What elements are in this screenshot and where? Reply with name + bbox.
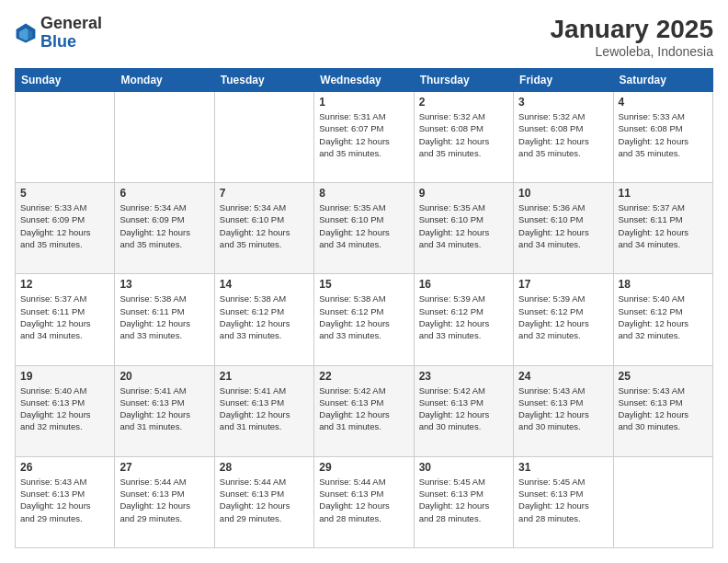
- calendar-cell: 21Sunrise: 5:41 AM Sunset: 6:13 PM Dayli…: [214, 365, 313, 456]
- calendar-cell: 13Sunrise: 5:38 AM Sunset: 6:11 PM Dayli…: [115, 274, 214, 365]
- day-number: 10: [518, 187, 608, 200]
- day-number: 16: [419, 278, 508, 291]
- calendar-cell: 12Sunrise: 5:37 AM Sunset: 6:11 PM Dayli…: [16, 274, 115, 365]
- calendar-cell: 18Sunrise: 5:40 AM Sunset: 6:12 PM Dayli…: [613, 274, 712, 365]
- calendar-cell: 14Sunrise: 5:38 AM Sunset: 6:12 PM Dayli…: [214, 274, 313, 365]
- header: General Blue January 2025 Lewoleba, Indo…: [15, 15, 713, 59]
- logo-blue-text: Blue: [40, 32, 76, 51]
- day-number: 17: [518, 278, 608, 291]
- day-number: 31: [518, 461, 608, 474]
- day-info: Sunrise: 5:37 AM Sunset: 6:11 PM Dayligh…: [20, 293, 109, 341]
- calendar-cell: 30Sunrise: 5:45 AM Sunset: 6:13 PM Dayli…: [414, 456, 513, 547]
- calendar-week-row: 12Sunrise: 5:37 AM Sunset: 6:11 PM Dayli…: [16, 274, 713, 365]
- calendar-cell: [115, 92, 214, 183]
- calendar-week-row: 19Sunrise: 5:40 AM Sunset: 6:13 PM Dayli…: [16, 365, 713, 456]
- day-info: Sunrise: 5:38 AM Sunset: 6:12 PM Dayligh…: [319, 293, 408, 341]
- day-info: Sunrise: 5:37 AM Sunset: 6:11 PM Dayligh…: [619, 201, 708, 250]
- day-info: Sunrise: 5:45 AM Sunset: 6:13 PM Dayligh…: [518, 476, 608, 524]
- calendar-week-row: 1Sunrise: 5:31 AM Sunset: 6:07 PM Daylig…: [16, 92, 713, 183]
- day-info: Sunrise: 5:42 AM Sunset: 6:13 PM Dayligh…: [419, 385, 508, 433]
- day-info: Sunrise: 5:36 AM Sunset: 6:10 PM Dayligh…: [518, 201, 608, 250]
- calendar-cell: 10Sunrise: 5:36 AM Sunset: 6:10 PM Dayli…: [514, 183, 613, 274]
- calendar-cell: 11Sunrise: 5:37 AM Sunset: 6:11 PM Dayli…: [613, 183, 712, 274]
- day-number: 28: [220, 461, 309, 474]
- header-thursday: Thursday: [414, 69, 513, 92]
- day-number: 30: [419, 461, 508, 474]
- calendar-cell: 27Sunrise: 5:44 AM Sunset: 6:13 PM Dayli…: [115, 456, 214, 547]
- header-friday: Friday: [514, 69, 613, 92]
- calendar-cell: 9Sunrise: 5:35 AM Sunset: 6:10 PM Daylig…: [414, 183, 513, 274]
- calendar-cell: 2Sunrise: 5:32 AM Sunset: 6:08 PM Daylig…: [414, 92, 513, 183]
- day-info: Sunrise: 5:35 AM Sunset: 6:10 PM Dayligh…: [319, 201, 408, 250]
- day-info: Sunrise: 5:44 AM Sunset: 6:13 PM Dayligh…: [119, 476, 209, 524]
- calendar-cell: 20Sunrise: 5:41 AM Sunset: 6:13 PM Dayli…: [115, 365, 214, 456]
- location: Lewoleba, Indonesia: [551, 44, 713, 59]
- calendar-cell: 15Sunrise: 5:38 AM Sunset: 6:12 PM Dayli…: [314, 274, 414, 365]
- header-saturday: Saturday: [613, 69, 712, 92]
- day-number: 5: [20, 187, 109, 200]
- calendar-week-row: 26Sunrise: 5:43 AM Sunset: 6:13 PM Dayli…: [16, 456, 713, 547]
- day-info: Sunrise: 5:33 AM Sunset: 6:09 PM Dayligh…: [20, 201, 109, 250]
- calendar-cell: 6Sunrise: 5:34 AM Sunset: 6:09 PM Daylig…: [115, 183, 214, 274]
- day-number: 4: [619, 96, 708, 109]
- day-info: Sunrise: 5:43 AM Sunset: 6:13 PM Dayligh…: [20, 476, 109, 524]
- day-number: 3: [518, 96, 608, 109]
- logo-general-text: General: [40, 14, 102, 32]
- calendar-cell: 3Sunrise: 5:32 AM Sunset: 6:08 PM Daylig…: [514, 92, 613, 183]
- day-info: Sunrise: 5:41 AM Sunset: 6:13 PM Dayligh…: [220, 385, 309, 433]
- calendar-cell: 19Sunrise: 5:40 AM Sunset: 6:13 PM Dayli…: [16, 365, 115, 456]
- calendar-cell: 4Sunrise: 5:33 AM Sunset: 6:08 PM Daylig…: [613, 92, 712, 183]
- day-number: 15: [319, 278, 408, 291]
- day-info: Sunrise: 5:42 AM Sunset: 6:13 PM Dayligh…: [319, 385, 408, 433]
- logo: General Blue: [15, 15, 102, 52]
- calendar-cell: 25Sunrise: 5:43 AM Sunset: 6:13 PM Dayli…: [613, 365, 712, 456]
- day-info: Sunrise: 5:44 AM Sunset: 6:13 PM Dayligh…: [220, 476, 309, 524]
- day-number: 18: [619, 278, 708, 291]
- day-info: Sunrise: 5:40 AM Sunset: 6:13 PM Dayligh…: [20, 385, 109, 433]
- day-number: 22: [319, 370, 408, 383]
- day-number: 6: [119, 187, 209, 200]
- calendar-cell: [214, 92, 313, 183]
- day-number: 7: [220, 187, 309, 200]
- calendar-week-row: 5Sunrise: 5:33 AM Sunset: 6:09 PM Daylig…: [16, 183, 713, 274]
- day-info: Sunrise: 5:43 AM Sunset: 6:13 PM Dayligh…: [518, 385, 608, 433]
- day-info: Sunrise: 5:41 AM Sunset: 6:13 PM Dayligh…: [119, 385, 209, 433]
- day-info: Sunrise: 5:35 AM Sunset: 6:10 PM Dayligh…: [419, 201, 508, 250]
- day-number: 14: [220, 278, 309, 291]
- calendar-table: Sunday Monday Tuesday Wednesday Thursday…: [15, 68, 713, 548]
- header-sunday: Sunday: [16, 69, 115, 92]
- day-number: 19: [20, 370, 109, 383]
- day-number: 29: [319, 461, 408, 474]
- day-number: 24: [518, 370, 608, 383]
- calendar-cell: 7Sunrise: 5:34 AM Sunset: 6:10 PM Daylig…: [214, 183, 313, 274]
- day-info: Sunrise: 5:44 AM Sunset: 6:13 PM Dayligh…: [319, 476, 408, 524]
- day-info: Sunrise: 5:32 AM Sunset: 6:08 PM Dayligh…: [419, 110, 508, 159]
- day-number: 20: [119, 370, 209, 383]
- day-number: 13: [119, 278, 209, 291]
- day-info: Sunrise: 5:40 AM Sunset: 6:12 PM Dayligh…: [619, 293, 708, 341]
- calendar-cell: 16Sunrise: 5:39 AM Sunset: 6:12 PM Dayli…: [414, 274, 513, 365]
- day-info: Sunrise: 5:32 AM Sunset: 6:08 PM Dayligh…: [518, 110, 608, 159]
- day-number: 27: [119, 461, 209, 474]
- day-number: 9: [419, 187, 508, 200]
- calendar-cell: 5Sunrise: 5:33 AM Sunset: 6:09 PM Daylig…: [16, 183, 115, 274]
- day-info: Sunrise: 5:34 AM Sunset: 6:10 PM Dayligh…: [220, 201, 309, 250]
- title-block: January 2025 Lewoleba, Indonesia: [551, 15, 713, 59]
- day-info: Sunrise: 5:45 AM Sunset: 6:13 PM Dayligh…: [419, 476, 508, 524]
- weekday-header-row: Sunday Monday Tuesday Wednesday Thursday…: [16, 69, 713, 92]
- calendar-cell: 22Sunrise: 5:42 AM Sunset: 6:13 PM Dayli…: [314, 365, 414, 456]
- day-number: 21: [220, 370, 309, 383]
- calendar-cell: 24Sunrise: 5:43 AM Sunset: 6:13 PM Dayli…: [514, 365, 613, 456]
- month-title: January 2025: [551, 15, 713, 44]
- day-info: Sunrise: 5:33 AM Sunset: 6:08 PM Dayligh…: [619, 110, 708, 159]
- day-number: 25: [619, 370, 708, 383]
- day-info: Sunrise: 5:43 AM Sunset: 6:13 PM Dayligh…: [619, 385, 708, 433]
- day-info: Sunrise: 5:39 AM Sunset: 6:12 PM Dayligh…: [518, 293, 608, 341]
- calendar-cell: 31Sunrise: 5:45 AM Sunset: 6:13 PM Dayli…: [514, 456, 613, 547]
- day-number: 12: [20, 278, 109, 291]
- calendar-cell: 1Sunrise: 5:31 AM Sunset: 6:07 PM Daylig…: [314, 92, 414, 183]
- logo-icon: [15, 22, 37, 44]
- day-number: 8: [319, 187, 408, 200]
- day-number: 26: [20, 461, 109, 474]
- calendar-cell: 23Sunrise: 5:42 AM Sunset: 6:13 PM Dayli…: [414, 365, 513, 456]
